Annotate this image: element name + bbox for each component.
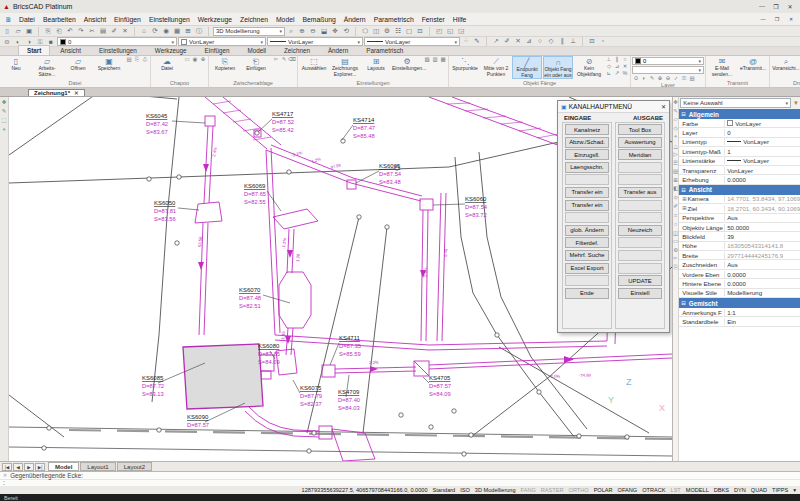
- panel-tool-icon[interactable]: ▱: [673, 116, 677, 122]
- dialog-button-glob-ändern[interactable]: glob. Ändern: [565, 225, 609, 236]
- property-value[interactable]: VonLayer: [725, 120, 800, 127]
- expand-icon[interactable]: ⊞: [682, 205, 686, 211]
- toolbar-icon[interactable]: ⌕: [286, 27, 296, 36]
- ribbon-mini-icon[interactable]: ∥: [613, 56, 621, 63]
- property-row-transparenz[interactable]: TransparenzVonLayer: [679, 166, 800, 175]
- layer-tool-icon[interactable]: ⊖: [664, 75, 672, 82]
- property-value[interactable]: 14.7701, 53.8434, 97.1069: [725, 195, 800, 202]
- ribbon-button-offnen[interactable]: ▱Offnen: [63, 56, 93, 72]
- toolbar-icon[interactable]: ⊙: [2, 38, 12, 46]
- ribbon-button-arbeits-sätze[interactable]: ▱Arbeits-Sätze...: [32, 56, 62, 77]
- status-toggle-iso[interactable]: ISO: [460, 487, 470, 493]
- toolbar-icon[interactable]: ⊞: [183, 27, 193, 36]
- property-value[interactable]: 297714444245176.9: [725, 252, 800, 259]
- ribbon-mini-icon[interactable]: ▥: [431, 56, 439, 63]
- toolbar-icon[interactable]: ◫: [371, 27, 381, 36]
- toolbar-icon[interactable]: ⓘ: [194, 27, 204, 36]
- command-line[interactable]: ✕Gegenüberliegende Ecke: :: [0, 471, 800, 486]
- panel-tool-icon[interactable]: ▷: [673, 151, 677, 157]
- expand-icon[interactable]: ⊞: [682, 196, 686, 202]
- toolbar-icon[interactable]: ✕: [120, 27, 130, 36]
- property-value[interactable]: 1:1: [725, 309, 800, 316]
- toolbar-icon[interactable]: ○: [535, 37, 545, 46]
- status-toggle-ortho[interactable]: ORTHO: [569, 487, 589, 493]
- ribbon-button-spurpunkte[interactable]: ⋱Spurpunkte: [450, 56, 480, 72]
- collapse-icon[interactable]: ⊟: [681, 187, 686, 193]
- toolbar-icon[interactable]: ◇: [546, 37, 556, 46]
- toolbar-icon[interactable]: ✐: [109, 27, 119, 36]
- menu-item-datei[interactable]: Datei: [15, 16, 39, 23]
- collapse-icon[interactable]: ⊟: [681, 300, 686, 306]
- status-toggle-tipps[interactable]: TIPPS: [772, 487, 788, 493]
- menu-item-bemaßung[interactable]: Bemaßung: [298, 16, 339, 23]
- panel-tool-icon[interactable]: ⎘: [673, 264, 677, 271]
- property-value[interactable]: 39: [725, 233, 800, 240]
- menu-item-parametrisch[interactable]: Parametrisch: [370, 16, 418, 23]
- toolbar-icon[interactable]: ✐: [502, 37, 512, 46]
- toolbar-icon[interactable]: ⊥: [568, 37, 578, 46]
- panel-tool-icon[interactable]: ✐: [673, 203, 678, 209]
- toolbar-icon[interactable]: ⊡: [415, 27, 425, 36]
- ribbon-mini-icon[interactable]: ⎘: [133, 56, 141, 63]
- panel-tool-icon[interactable]: △: [673, 143, 677, 149]
- dialog-button-transfer-aus[interactable]: Transfer aus: [618, 187, 662, 198]
- status-toggle-dbks[interactable]: DBKS: [714, 487, 729, 493]
- property-row-standardbele[interactable]: StandardbeleEin: [679, 317, 800, 326]
- property-value[interactable]: 163050543314141.8: [725, 242, 800, 249]
- close-icon[interactable]: ✕: [661, 103, 666, 110]
- document-tab[interactable]: Zeichnung1*✕: [28, 89, 85, 96]
- panel-tool-icon[interactable]: ☰: [673, 160, 678, 166]
- ribbon-mini-icon[interactable]: ✕: [621, 63, 629, 70]
- ribbon-mini-icon[interactable]: ⎙: [141, 56, 149, 63]
- ribbon-button-e-mail-senden[interactable]: ✉E-Mail senden...: [707, 56, 737, 77]
- ribbon-tab-zeichnen[interactable]: Zeichnen: [276, 46, 318, 55]
- ribbon-mini-icon[interactable]: ◉: [191, 56, 199, 63]
- toolbar-icon[interactable]: ☷: [393, 27, 403, 36]
- status-toggle-raster[interactable]: RASTER: [541, 487, 564, 493]
- layer-combo[interactable]: 0▾: [57, 37, 177, 46]
- ribbon-button-speichern[interactable]: ▣Speichern: [94, 56, 124, 72]
- ribbon-layer-combo[interactable]: 0▾: [632, 57, 704, 65]
- toolbar-icon[interactable]: ⎗: [54, 27, 64, 36]
- layout-nav-button[interactable]: ▶|: [35, 463, 45, 471]
- property-value[interactable]: 0: [725, 129, 800, 136]
- dialog-button-einstell[interactable]: Einstell: [618, 288, 662, 299]
- ribbon-tab-parametrisch[interactable]: Parametrisch: [358, 46, 411, 55]
- ribbon-mini-icon[interactable]: ▤: [125, 56, 133, 63]
- toolbar-icon[interactable]: ⁘: [461, 37, 471, 46]
- dialog-button-mehrf-suche[interactable]: Mehrf. Suche: [565, 250, 609, 261]
- property-row-linientyp-maß[interactable]: Linientyp-Maß1: [679, 147, 800, 156]
- ribbon-button-mitte-von-2-punkten[interactable]: ⟋Mitte von 2 Punkten: [481, 56, 511, 77]
- toolbar-icon[interactable]: ⬡: [360, 27, 370, 36]
- dialog-button-transfer-ein[interactable]: Transfer ein: [565, 200, 609, 211]
- toolbar-icon[interactable]: ⬓: [319, 27, 329, 36]
- ribbon-button-layouts[interactable]: ⊞Layouts: [361, 56, 391, 72]
- cancel-icon[interactable]: ✕: [3, 472, 7, 478]
- dialog-button-update[interactable]: UPDATE: [618, 275, 662, 286]
- toolbar-icon[interactable]: ▫: [598, 37, 608, 46]
- toolbar-icon[interactable]: ⎘: [43, 27, 53, 36]
- toolbar-icon[interactable]: ↶: [65, 27, 75, 36]
- ribbon-tab-einfügen[interactable]: Einfügen: [197, 46, 238, 55]
- ribbon-button-neu[interactable]: ▯Neu: [1, 56, 31, 72]
- ribbon-mini-icon[interactable]: ◇: [605, 63, 613, 70]
- ribbon-button-zeichnungs-explorer[interactable]: ▤Zeichnungs Explorer...: [330, 56, 360, 77]
- ribbon-button-kein-objektfang[interactable]: ⊘Kein Objektfang: [574, 56, 604, 77]
- layer-tool-icon[interactable]: ⊙: [632, 75, 640, 82]
- property-row-visuelle-stile[interactable]: Visuelle StileModellierung: [679, 289, 800, 298]
- menu-item-einfügen[interactable]: Einfügen: [110, 16, 145, 23]
- property-row-blickfeld[interactable]: Blickfeld39: [679, 232, 800, 241]
- property-value[interactable]: 18.2701, 60.3434, 90.1069: [725, 205, 800, 212]
- panel-tool-icon[interactable]: ⊞: [673, 177, 678, 183]
- panel-tool-icon[interactable]: ✂: [673, 255, 678, 261]
- menu-item-model[interactable]: Model: [272, 16, 299, 23]
- status-toggle-3d-modellierung[interactable]: 3D Modellierung: [475, 487, 516, 493]
- ribbon-button-objekt-fang-ein-oder-aus[interactable]: ∩Objekt Fang ein oder aus: [543, 56, 573, 79]
- toolbar-icon[interactable]: ▱: [13, 27, 23, 36]
- panel-section-allgemein[interactable]: ⊟Allgemein: [679, 109, 800, 119]
- status-toggle-lst[interactable]: LST: [671, 487, 681, 493]
- status-toggle-quad[interactable]: QUAD: [751, 487, 767, 493]
- layer-tool-icon[interactable]: ◐: [640, 75, 648, 82]
- doc-window-control[interactable]: ❐: [770, 16, 784, 22]
- window-control[interactable]: —: [755, 3, 769, 10]
